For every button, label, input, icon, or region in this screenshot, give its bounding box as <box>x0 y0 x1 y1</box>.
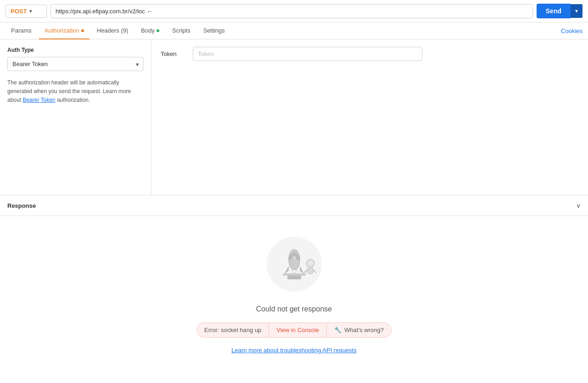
tab-scripts[interactable]: Scripts <box>167 22 196 39</box>
cookies-link[interactable]: Cookies <box>561 28 582 34</box>
token-input[interactable] <box>193 47 422 61</box>
auth-select-wrapper: No Auth API Key Bearer Token Basic Auth … <box>7 57 144 71</box>
whats-wrong-button[interactable]: 🔧 What's wrong? <box>327 323 391 337</box>
tabs-bar: Params Authorization Headers (9) Body Sc… <box>0 22 588 39</box>
auth-desc-text: The authorization header will be automat… <box>7 79 119 94</box>
tab-headers[interactable]: Headers (9) <box>91 22 134 39</box>
send-dropdown-button[interactable]: ▾ <box>571 4 582 18</box>
error-text: Error: socket hang up <box>197 323 269 337</box>
tab-params[interactable]: Params <box>6 22 37 39</box>
auth-type-label: Auth Type <box>7 47 144 53</box>
tab-authorization[interactable]: Authorization <box>39 22 90 39</box>
auth-description: The authorization header will be automat… <box>7 78 144 105</box>
tab-scripts-label: Scripts <box>172 27 190 34</box>
tabs-right: Cookies <box>561 28 582 34</box>
tab-body-label: Body <box>141 27 155 34</box>
svg-point-3 <box>293 257 296 260</box>
tab-body[interactable]: Body <box>135 22 165 39</box>
learn-more-link[interactable]: Learn more about troubleshooting API req… <box>231 347 356 354</box>
method-chevron: ▾ <box>29 8 32 14</box>
url-input[interactable] <box>50 4 533 18</box>
rocket-illustration <box>264 234 324 294</box>
response-title: Response <box>7 202 36 209</box>
view-console-button[interactable]: View in Console <box>269 323 327 337</box>
no-response-text: Could not get response <box>256 305 332 313</box>
authorization-dot <box>81 29 84 32</box>
send-button-group: Send ▾ <box>537 4 582 18</box>
right-panel: Token <box>151 39 588 195</box>
auth-type-select[interactable]: No Auth API Key Bearer Token Basic Auth … <box>7 57 144 71</box>
tab-headers-label: Headers (9) <box>97 27 129 34</box>
content-area: Auth Type No Auth API Key Bearer Token B… <box>0 39 588 195</box>
left-panel: Auth Type No Auth API Key Bearer Token B… <box>0 39 151 195</box>
token-label: Token <box>161 50 184 57</box>
response-body: Could not get response Error: socket han… <box>0 216 588 372</box>
response-chevron: ∨ <box>576 202 581 209</box>
auth-desc-suffix: authorization. <box>57 97 90 103</box>
svg-rect-5 <box>287 276 301 279</box>
send-button[interactable]: Send <box>537 4 571 18</box>
tab-authorization-label: Authorization <box>45 27 79 34</box>
tab-settings[interactable]: Settings <box>198 22 230 39</box>
svg-rect-4 <box>283 273 306 276</box>
tab-settings-label: Settings <box>203 27 225 34</box>
bearer-token-link[interactable]: Bearer Token <box>22 97 55 103</box>
top-bar: POST ▾ Send ▾ <box>0 0 588 22</box>
method-dropdown[interactable]: POST ▾ <box>6 5 47 18</box>
error-actions: Error: socket hang up View in Console 🔧 … <box>196 322 392 338</box>
response-section: Response ∨ <box>0 195 588 372</box>
method-label: POST <box>11 8 27 15</box>
whats-wrong-icon: 🔧 <box>334 327 342 333</box>
svg-rect-8 <box>308 267 313 274</box>
token-row: Token <box>161 47 579 61</box>
svg-point-7 <box>308 261 313 266</box>
whats-wrong-label: What's wrong? <box>344 327 384 333</box>
response-header[interactable]: Response ∨ <box>0 195 588 216</box>
tab-params-label: Params <box>11 27 32 34</box>
body-dot <box>157 29 159 32</box>
